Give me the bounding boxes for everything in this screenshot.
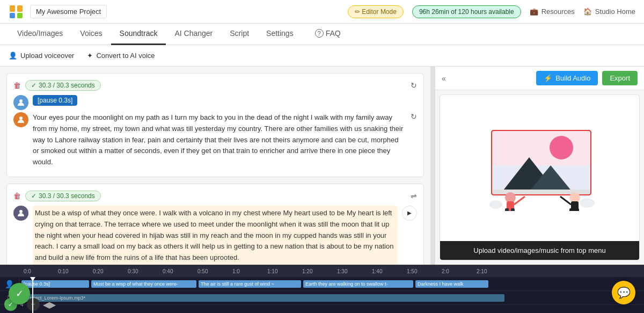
svg-rect-2 [10, 13, 15, 18]
studio-home-button[interactable]: 🏠 Studio Home [583, 8, 635, 16]
segment-2-play-button[interactable]: ▶ [402, 206, 417, 221]
trash-icon: 🗑 [13, 81, 21, 90]
ruler-mark-1: 0:10 [58, 268, 68, 274]
segment-2-trash-button[interactable]: 🗑 [13, 192, 21, 200]
preview-area: Upload video/images/music from top menu [440, 94, 640, 260]
segment-card-1: 🗑 ✓ 30.3 / 30.3 seconds ↻ [pause 0.3s] Y [6, 73, 424, 177]
build-audio-button[interactable]: ⚡ Build Audio [536, 71, 598, 85]
ruler-mark-6: 1:0 [232, 268, 240, 274]
svg-rect-23 [575, 208, 579, 211]
audio-waveform[interactable]: *Project_Lorem-Ipsum.mp3* [21, 294, 504, 302]
upload-voiceover-button[interactable]: 👤 Upload voiceover [9, 52, 74, 60]
svg-rect-18 [511, 208, 515, 211]
question-icon: ? [315, 29, 324, 38]
pause-tag[interactable]: [pause 0.3s] [33, 95, 77, 106]
left-panel: 🗑 ✓ 30.3 / 30.3 seconds ↻ [pause 0.3s] Y [0, 67, 430, 265]
svg-line-19 [514, 196, 525, 205]
export-button[interactable]: Export [602, 71, 638, 85]
tab-voices[interactable]: Voices [71, 24, 111, 45]
ruler-mark-0: 0:0 [24, 268, 31, 274]
right-panel: « ⚡ Build Audio Export [435, 67, 644, 265]
ruler-mark-4: 0:40 [163, 268, 173, 274]
ruler-mark-12: 2:0 [442, 268, 449, 274]
action-bar: 👤 Upload voiceover ✦ Convert to AI voice [0, 45, 644, 67]
ruler-marks: 0:0 0:10 0:20 0:30 0:40 0:50 1:0 1:10 1:… [4, 265, 640, 277]
trash-icon-2: 🗑 [13, 192, 21, 200]
timeline-tracks: 👤 [pause 0.3s] Must be a wisp of what th… [0, 277, 644, 313]
segment-2-shuffle-button[interactable]: ⇌ [411, 192, 417, 200]
editor-mode-button[interactable]: ✏ Editor Mode [348, 5, 404, 18]
ruler-mark-11: 1:50 [407, 268, 417, 274]
segment-1-text-row: Your eyes pour the moonlight on my path … [13, 112, 417, 168]
home-icon: 🏠 [583, 8, 592, 16]
tab-faq[interactable]: ? FAQ [306, 24, 349, 45]
nav-tabs: Video/Images Voices Soundtrack AI Change… [0, 24, 644, 45]
ruler-mark-9: 1:30 [337, 268, 347, 274]
collapse-button[interactable]: « [442, 74, 446, 83]
chat-bubble-icon: 💬 [617, 286, 631, 299]
svg-rect-22 [569, 208, 573, 211]
right-panel-header: « ⚡ Build Audio Export [435, 67, 644, 90]
ai-icon: ✦ [87, 52, 93, 60]
ruler-mark-5: 0:50 [197, 268, 208, 274]
briefcase-icon: 💼 [530, 8, 538, 16]
upload-prompt: Upload video/images/music from top menu [440, 241, 639, 260]
top-bar: My Awesome Project ✏ Editor Mode 96h 26m… [0, 0, 644, 24]
nav-arrows: ◀ ▶ [43, 300, 56, 310]
audio-track-content: *Project_Lorem-Ipsum.mp3* [19, 291, 644, 304]
segment-2-text-row: Must be a wisp of what they once were. I… [13, 206, 417, 265]
ruler-mark-7: 1:10 [267, 268, 277, 274]
person-icon: 👤 [9, 52, 17, 60]
segment-2-text: Must be a wisp of what they once were. I… [33, 206, 398, 265]
tab-ai-changer[interactable]: AI Changer [166, 24, 221, 45]
voice-track-row: 👤 [pause 0.3s] Must be a wisp of what th… [0, 277, 644, 291]
timeline-segment-5[interactable]: Darkness I have walk [415, 280, 488, 288]
segment-2-header: 🗑 ✓ 30.3 / 30.3 seconds ⇌ [13, 191, 417, 201]
check-icon-2: ✓ [31, 192, 36, 200]
svg-rect-0 [10, 5, 15, 12]
svg-point-25 [489, 200, 502, 209]
playhead-triangle [30, 277, 35, 281]
scroll-divider [430, 67, 435, 265]
ruler-mark-10: 1:40 [372, 268, 382, 274]
hours-button[interactable]: 96h 26min of 120 hours available [412, 5, 521, 18]
tab-settings[interactable]: Settings [258, 24, 302, 45]
svg-rect-1 [17, 5, 23, 12]
svg-line-24 [560, 196, 571, 205]
resources-button[interactable]: 💼 Resources [530, 8, 575, 16]
segment-1-pause-row: [pause 0.3s] [13, 95, 417, 110]
audio-track-row: 🎵 *Project_Lorem-Ipsum.mp3* [0, 291, 644, 305]
voice-track-content: [pause 0.3s] Must be a wisp of what they… [19, 277, 644, 290]
ruler-mark-13: 2:10 [477, 268, 487, 274]
segment-1-header: 🗑 ✓ 30.3 / 30.3 seconds ↻ [13, 80, 417, 91]
segment-1-trash-button[interactable]: 🗑 [13, 81, 21, 90]
segment-2-time-badge: ✓ 30.3 / 30.3 seconds [25, 191, 101, 201]
svg-rect-17 [505, 208, 509, 211]
svg-point-5 [19, 117, 23, 120]
svg-rect-3 [17, 13, 23, 18]
right-panel-actions: ⚡ Build Audio Export [536, 71, 638, 85]
timeline-segment-3[interactable]: The air is still a rare gust of wind ~ [199, 280, 301, 288]
next-button[interactable]: ▶ [49, 300, 56, 310]
logo [9, 4, 24, 19]
check-icon: ✓ [31, 82, 36, 89]
project-name-button[interactable]: My Awesome Project [30, 5, 107, 18]
tab-soundtrack[interactable]: Soundtrack [111, 24, 166, 45]
prev-button[interactable]: ◀ [43, 300, 49, 310]
timeline-segment-2[interactable]: Must be a wisp of what they once were- [91, 280, 196, 288]
timeline-area: 0:0 0:10 0:20 0:30 0:40 0:50 1:0 1:10 1:… [0, 265, 644, 313]
check-done-icon: ✓ [16, 288, 24, 300]
ruler-mark-2: 0:20 [93, 268, 103, 274]
tab-video-images[interactable]: Video/Images [9, 24, 71, 45]
tab-script[interactable]: Script [221, 24, 258, 45]
segment-1-text-refresh-button[interactable]: ↻ [411, 112, 417, 121]
svg-point-10 [550, 136, 573, 159]
main-layout: 🗑 ✓ 30.3 / 30.3 seconds ↻ [pause 0.3s] Y [0, 67, 644, 265]
timeline-segment-4[interactable]: Earth they are walking on to swallow t- [303, 280, 413, 288]
chat-button[interactable]: 💬 [612, 281, 635, 304]
done-button[interactable]: ✓ [9, 283, 30, 304]
svg-rect-9 [492, 130, 591, 165]
top-bar-right: ✏ Editor Mode 96h 26min of 120 hours ava… [348, 5, 635, 18]
segment-1-refresh-button[interactable]: ↻ [411, 81, 417, 90]
convert-ai-button[interactable]: ✦ Convert to AI voice [87, 52, 155, 60]
